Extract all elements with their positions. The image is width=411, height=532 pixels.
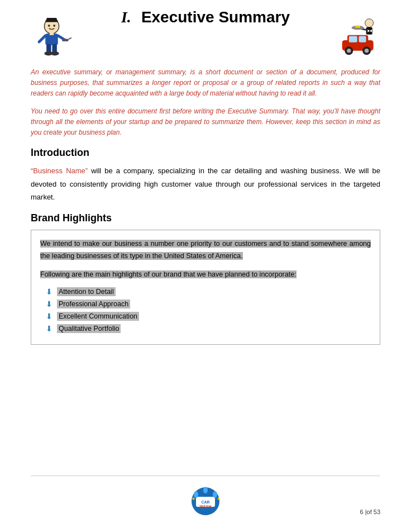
arrow-icon-2: ⬇ (46, 300, 52, 308)
svg-rect-17 (349, 36, 357, 42)
list-item-2-text: Professional Approach (57, 300, 130, 308)
list-item-1-text: Attention to Detail (57, 287, 116, 296)
svg-rect-2 (46, 18, 57, 21)
footer-divider (31, 476, 380, 476)
svg-line-6 (39, 36, 45, 42)
svg-point-4 (53, 25, 55, 27)
svg-point-23 (365, 19, 374, 27)
arrow-icon-4: ⬇ (46, 324, 52, 333)
intro-para-1: An executive summary, or management summ… (31, 67, 380, 99)
list-item-3-text: Excellent Communication (57, 312, 139, 321)
svg-line-9 (69, 38, 72, 40)
svg-point-35 (203, 487, 208, 493)
svg-rect-29 (355, 26, 360, 28)
svg-rect-5 (45, 34, 58, 45)
logo-left (31, 17, 75, 61)
introduction-heading: Introduction (31, 147, 380, 159)
svg-text:★: ★ (192, 496, 195, 501)
page: I. Executive Summary (0, 0, 411, 532)
svg-rect-8 (62, 39, 68, 41)
list-item: ⬇ Professional Approach (46, 300, 371, 308)
svg-text:WASH: WASH (199, 505, 211, 509)
page-number: 6 |of 53 (360, 509, 381, 515)
highlights-para-1-text: We intend to make our business a number … (40, 240, 371, 259)
page-title-block: I. Executive Summary (116, 8, 290, 26)
svg-rect-18 (359, 36, 366, 42)
page-header: I. Executive Summary (31, 17, 380, 61)
logo-right (330, 17, 380, 59)
svg-point-13 (51, 51, 59, 56)
brand-highlights-box: We intend to make our business a number … (31, 230, 380, 345)
butler-car-icon (330, 17, 380, 56)
highlights-list: ⬇ Attention to Detail ⬇ Professional App… (40, 287, 371, 333)
car-wash-man-icon (31, 17, 73, 59)
section-number: I. (121, 8, 131, 26)
list-item: ⬇ Qualitative Portfolio (46, 324, 371, 333)
section-title: Executive Summary (141, 8, 290, 26)
svg-point-20 (347, 49, 351, 53)
svg-text:CAR: CAR (201, 500, 209, 504)
arrow-icon-3: ⬇ (46, 312, 52, 321)
list-item-4-text: Qualitative Portfolio (57, 324, 121, 333)
list-item: ⬇ Excellent Communication (46, 312, 371, 321)
svg-rect-14 (50, 32, 54, 35)
highlights-para-1: We intend to make our business a number … (40, 238, 371, 262)
list-item: ⬇ Attention to Detail (46, 287, 371, 296)
business-name: “Business Name” (31, 167, 88, 175)
highlights-para-2: Following are the main highlights of our… (40, 269, 371, 281)
brand-highlights-heading: Brand Highlights (31, 212, 380, 224)
svg-text:★: ★ (217, 496, 221, 501)
svg-point-3 (48, 25, 50, 27)
intro-para-2: You need to go over this entire document… (31, 106, 380, 139)
footer: CAR WASH ★ ★ (0, 484, 411, 518)
svg-point-22 (365, 49, 369, 53)
introduction-body: “Business Name” will be a company, speci… (31, 164, 380, 203)
highlights-para-2-text: Following are the main highlights of our… (40, 270, 297, 278)
arrow-icon-1: ⬇ (46, 287, 52, 296)
footer-logo-icon: CAR WASH ★ ★ (185, 484, 227, 518)
